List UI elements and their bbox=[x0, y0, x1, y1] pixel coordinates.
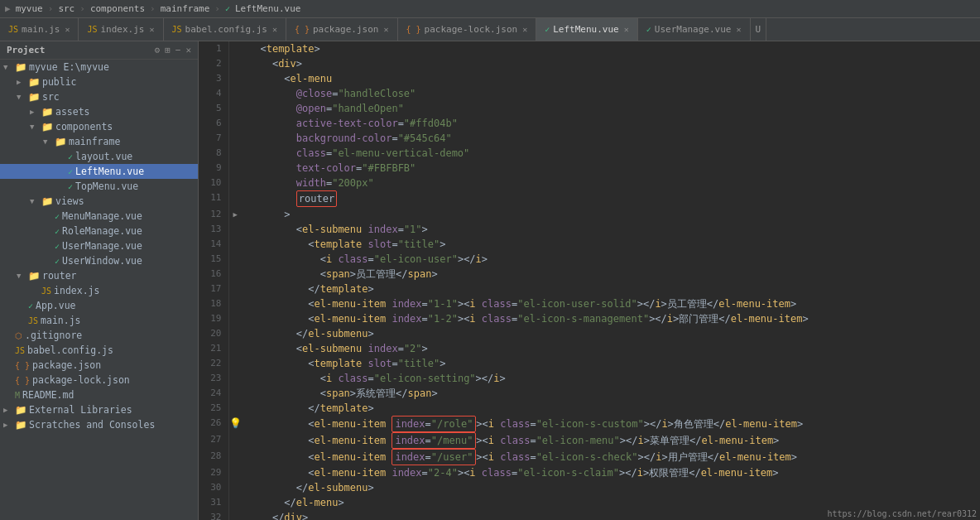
line-gutter bbox=[228, 267, 242, 282]
line-22: 22 <template slot="title"> bbox=[199, 356, 980, 371]
sidebar-item-usermanage[interactable]: ▶ ✓ UserManage.vue bbox=[0, 238, 198, 253]
sidebar-item-myvue[interactable]: ▼ 📁 myvue E:\myvue bbox=[0, 60, 198, 75]
sidebar-icon-expand[interactable]: ⊞ bbox=[165, 45, 171, 55]
arrow-icon: ▶ bbox=[30, 108, 41, 116]
tab-close[interactable]: ✕ bbox=[736, 25, 741, 34]
line-content: <el-menu-item index="/menu"><i class="el… bbox=[242, 432, 980, 449]
tab-label: index.js bbox=[100, 24, 144, 35]
tree-label: views bbox=[55, 195, 84, 207]
tab-package-json[interactable]: { } package.json ✕ bbox=[286, 18, 398, 41]
line-8: 8 class="el-menu-vertical-demo" bbox=[199, 146, 980, 161]
line-content: <template slot="title"> bbox=[242, 237, 980, 252]
tree-label: External Libraries bbox=[29, 404, 132, 416]
tree-label: MenuManage.vue bbox=[62, 210, 142, 222]
line-number: 5 bbox=[199, 101, 228, 116]
line-content: </template> bbox=[242, 401, 980, 416]
tab-close[interactable]: ✕ bbox=[522, 25, 527, 34]
js-icon: JS bbox=[15, 346, 25, 355]
sidebar-item-topmenu-vue[interactable]: ▶ ✓ TopMenu.vue bbox=[0, 179, 198, 194]
line-content: <el-menu-item index="1-1"><i class="el-i… bbox=[242, 296, 980, 311]
tab-vue-icon: ✓ bbox=[646, 25, 651, 34]
tab-close[interactable]: ✕ bbox=[272, 25, 277, 34]
line-gutter bbox=[228, 311, 242, 326]
tab-close[interactable]: ✕ bbox=[383, 25, 388, 34]
sidebar-item-ext-libs[interactable]: ▶ 📁 External Libraries bbox=[0, 402, 198, 417]
sidebar-item-router-index[interactable]: ▶ JS index.js bbox=[0, 283, 198, 298]
tree-label: LeftMenu.vue bbox=[75, 166, 144, 177]
folder-icon: 📁 bbox=[28, 76, 40, 88]
fold-arrow[interactable]: ▶ bbox=[233, 210, 238, 219]
tab-js-icon: JS bbox=[8, 25, 18, 34]
sidebar-icon-close[interactable]: ✕ bbox=[185, 45, 191, 55]
tab-babel-config[interactable]: JS babel.config.js ✕ bbox=[164, 18, 286, 41]
sidebar-icon-minus[interactable]: − bbox=[175, 45, 181, 55]
line-content: </template> bbox=[242, 282, 980, 296]
line-content: class="el-menu-vertical-demo" bbox=[242, 146, 980, 161]
sidebar-item-leftmenu-vue[interactable]: ▶ ✓ LeftMenu.vue bbox=[0, 164, 198, 179]
tab-label: UserManage.vue bbox=[655, 24, 732, 35]
sidebar-icon-settings[interactable]: ⚙ bbox=[155, 45, 161, 55]
line-number: 15 bbox=[199, 252, 228, 267]
sidebar-item-scratches[interactable]: ▶ 📁 Scratches and Consoles bbox=[0, 417, 198, 432]
line-number: 12 bbox=[199, 207, 228, 222]
tab-index-js[interactable]: JS index.js ✕ bbox=[79, 18, 163, 41]
code-editor[interactable]: 1 <template> 2 <div> 3 <el-menu bbox=[199, 41, 980, 520]
tree-label: public bbox=[42, 76, 77, 88]
line-25: 25 </template> bbox=[199, 401, 980, 416]
tab-package-lock[interactable]: { } package-lock.json ✕ bbox=[398, 18, 537, 41]
sidebar-item-babel[interactable]: ▶ JS babel.config.js bbox=[0, 343, 198, 358]
folder-icon: 📁 bbox=[41, 106, 53, 118]
sidebar-item-layout-vue[interactable]: ▶ ✓ layout.vue bbox=[0, 149, 198, 164]
arrow-icon: ▼ bbox=[17, 93, 28, 101]
line-number: 22 bbox=[199, 356, 228, 371]
line-gutter bbox=[228, 116, 242, 131]
vue-icon: ✓ bbox=[68, 152, 73, 161]
tree-label: package-lock.json bbox=[32, 374, 130, 386]
tab-close[interactable]: ✕ bbox=[149, 25, 154, 34]
vue-icon: ✓ bbox=[68, 167, 73, 176]
line-gutter bbox=[228, 146, 242, 161]
json-icon: { } bbox=[15, 361, 30, 370]
line-content: width="200px" bbox=[242, 176, 980, 190]
tab-main-js[interactable]: JS main.js ✕ bbox=[0, 18, 79, 41]
folder-icon: 📁 bbox=[28, 270, 40, 282]
sidebar-item-menumanage[interactable]: ▶ ✓ MenuManage.vue bbox=[0, 209, 198, 224]
tab-usermanage-vue[interactable]: ✓ UserManage.vue ✕ bbox=[638, 18, 751, 41]
tab-close[interactable]: ✕ bbox=[624, 25, 629, 34]
sidebar-item-assets[interactable]: ▶ 📁 assets bbox=[0, 104, 198, 119]
line-content: <el-submenu index="2"> bbox=[242, 341, 980, 356]
sidebar-item-components[interactable]: ▼ 📁 components bbox=[0, 119, 198, 134]
sidebar-item-mainframe[interactable]: ▼ 📁 mainframe bbox=[0, 134, 198, 149]
line-number: 3 bbox=[199, 71, 228, 86]
line-14: 14 <template slot="title"> bbox=[199, 237, 980, 252]
sidebar-item-router[interactable]: ▼ 📁 router bbox=[0, 268, 198, 283]
sidebar-item-views[interactable]: ▼ 📁 views bbox=[0, 194, 198, 209]
line-11: 11 router bbox=[199, 190, 980, 207]
line-number: 20 bbox=[199, 326, 228, 341]
sidebar-header-icons: ⚙ ⊞ − ✕ bbox=[155, 45, 192, 55]
tab-leftmenu-vue[interactable]: ✓ LeftMenu.vue ✕ bbox=[536, 18, 638, 41]
sidebar-item-main-js[interactable]: ▶ JS main.js bbox=[0, 313, 198, 328]
index-user-highlight: index="/user" bbox=[392, 449, 476, 465]
tab-label: package.json bbox=[313, 24, 378, 35]
arrow-icon: ▼ bbox=[30, 197, 41, 205]
tab-js-icon: JS bbox=[172, 25, 182, 34]
tab-overflow[interactable]: U bbox=[751, 18, 767, 41]
line-content: <span>员工管理</span> bbox=[242, 267, 980, 282]
line-gutter bbox=[228, 371, 242, 386]
code-table: 1 <template> 2 <div> 3 <el-menu bbox=[199, 41, 980, 520]
sidebar-item-userwindow[interactable]: ▶ ✓ UserWindow.vue bbox=[0, 253, 198, 268]
tab-close[interactable]: ✕ bbox=[65, 25, 70, 34]
folder-icon: 📁 bbox=[55, 136, 66, 147]
sidebar-item-public[interactable]: ▶ 📁 public bbox=[0, 75, 198, 89]
sidebar-item-app-vue[interactable]: ▶ ✓ App.vue bbox=[0, 298, 198, 313]
sidebar-item-package-lock[interactable]: ▶ { } package-lock.json bbox=[0, 373, 198, 388]
line-29: 29 <el-menu-item index="2-4"><i class="e… bbox=[199, 465, 980, 480]
sidebar-item-src[interactable]: ▼ 📁 src bbox=[0, 89, 198, 104]
line-number: 29 bbox=[199, 465, 228, 480]
sidebar-item-readme[interactable]: ▶ M README.md bbox=[0, 388, 198, 402]
sidebar-item-package-json[interactable]: ▶ { } package.json bbox=[0, 358, 198, 373]
sidebar-item-rolemanage[interactable]: ▶ ✓ RoleManage.vue bbox=[0, 224, 198, 238]
bulb-icon[interactable]: 💡 bbox=[229, 417, 242, 429]
sidebar-item-gitignore[interactable]: ▶ ⬡ .gitignore bbox=[0, 328, 198, 343]
